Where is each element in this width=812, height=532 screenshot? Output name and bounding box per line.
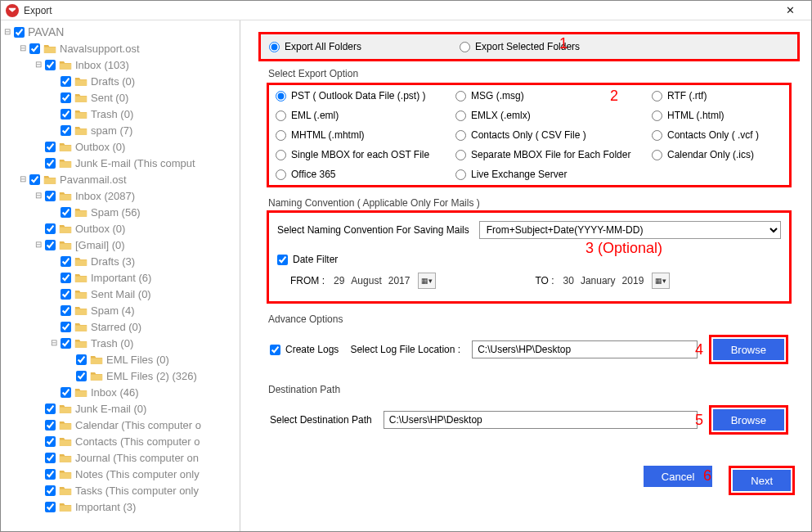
tree-checkbox[interactable] [76,354,87,365]
tree-checkbox[interactable] [61,109,71,119]
tree-checkbox[interactable] [76,371,87,381]
tree-checkbox[interactable] [45,502,56,512]
collapse-icon[interactable]: ⊟ [49,339,59,347]
tree-checkbox[interactable] [61,322,71,332]
export-format-option[interactable]: Calendar Only (.ics) [652,149,799,160]
tree-label: Inbox (46) [91,386,139,399]
tree-item[interactable]: Junk E-mail (This comput [34,155,240,171]
collapse-icon[interactable]: ⊟ [18,175,28,183]
tree-checkbox[interactable] [61,387,71,398]
collapse-icon[interactable]: ⊟ [34,61,43,69]
tree-checkbox[interactable] [45,223,56,234]
export-format-option[interactable]: Live Exchange Server [455,169,644,180]
tree-checkbox[interactable] [45,142,56,152]
tree-checkbox[interactable] [45,485,56,496]
tree-checkbox[interactable] [61,289,71,300]
export-format-option[interactable]: Single MBOX for each OST File [276,149,447,160]
tree-item[interactable]: Trash (0) [49,106,240,122]
tree-checkbox[interactable] [61,338,71,349]
tree-item[interactable]: ⊟PAVAN [2,24,240,40]
tree-checkbox[interactable] [29,43,40,54]
tree-item[interactable]: Drafts (0) [49,73,240,89]
export-format-option[interactable]: Separate MBOX File for Each Folder [455,149,644,160]
tree-item[interactable]: ⊟Inbox (2087) [34,187,240,204]
browse-log-button[interactable]: Browse [713,339,784,360]
tree-checkbox[interactable] [61,305,71,316]
tree-checkbox[interactable] [45,191,56,201]
browse-destination-button[interactable]: Browse [713,409,784,431]
cancel-button[interactable]: Cancel [644,466,712,487]
tree-item[interactable]: Spam (4) [49,302,240,318]
export-format-option[interactable]: MHTML (.mhtml) [276,129,447,141]
tree-checkbox[interactable] [61,76,71,87]
tree-item[interactable]: Important (6) [49,269,240,286]
destination-path-input[interactable] [384,411,698,429]
tree-item[interactable]: Sent Mail (0) [49,286,240,302]
tree-checkbox[interactable] [45,404,56,414]
tree-checkbox[interactable] [45,420,56,431]
tree-checkbox[interactable] [45,436,56,447]
export-format-option[interactable]: Contacts Only ( CSV File ) [455,129,644,141]
tree-item[interactable]: Journal (This computer on [34,449,240,466]
log-path-input[interactable] [472,340,698,358]
create-logs-checkbox[interactable]: Create Logs [270,344,339,355]
date-filter-checkbox[interactable]: Date Filter [277,254,781,265]
tree-checkbox[interactable] [14,27,25,38]
tree-checkbox[interactable] [61,273,71,283]
tree-checkbox[interactable] [45,240,56,250]
tree-item[interactable]: ⊟Pavanmail.ost [18,171,240,187]
tree-item[interactable]: ⊟Navalsupport.ost [18,40,240,56]
tree-item[interactable]: Sent (0) [49,89,240,106]
collapse-icon[interactable]: ⊟ [2,28,12,36]
tree-item[interactable]: spam (7) [49,122,240,138]
export-all-folders-radio[interactable]: Export All Folders [269,41,361,52]
tree-item[interactable]: EML Files (0) [65,351,240,367]
export-format-option[interactable]: RTF (.rtf) [652,90,799,101]
tree-item[interactable]: Drafts (3) [49,253,240,269]
tree-item[interactable]: Contacts (This computer o [34,433,240,449]
tree-item[interactable]: Spam (56) [49,204,240,220]
collapse-icon[interactable]: ⊟ [34,192,43,200]
collapse-icon[interactable]: ⊟ [18,44,28,52]
calendar-icon[interactable]: ▦▾ [418,273,436,289]
tree-item[interactable]: ⊟Inbox (103) [34,56,240,73]
export-format-option[interactable]: Office 365 [276,169,447,180]
export-selected-folders-radio[interactable]: Export Selected Folders [460,41,580,52]
export-format-option[interactable]: HTML (.html) [652,110,799,121]
tree-checkbox[interactable] [61,125,71,136]
export-format-option[interactable]: MSG (.msg) [455,90,644,101]
calendar-icon[interactable]: ▦▾ [652,273,670,289]
export-format-option[interactable]: PST ( Outlook Data File (.pst) ) [276,90,447,101]
folder-tree-pane[interactable]: ⊟PAVAN⊟Navalsupport.ost⊟Inbox (103)Draft… [1,20,240,531]
tree-item[interactable]: ⊟[Gmail] (0) [34,237,240,253]
tree-item[interactable]: EML Files (2) (326) [65,367,240,384]
export-format-option[interactable]: Contacts Only ( .vcf ) [652,129,799,141]
tree-checkbox[interactable] [61,207,71,218]
browse-log-wrap: Browse [709,335,788,364]
tree-item[interactable]: ⊟Trash (0) [49,335,240,351]
collapse-icon[interactable]: ⊟ [34,241,43,249]
tree-item[interactable]: Junk E-mail (0) [34,400,240,417]
export-format-option[interactable]: EMLX (.emlx) [455,110,644,121]
tree-checkbox[interactable] [29,174,40,185]
tree-item[interactable]: Tasks (This computer only [34,482,240,498]
tree-checkbox[interactable] [45,60,56,70]
tree-checkbox[interactable] [45,158,56,169]
date-to-picker[interactable]: 30 January 2019 ▦▾ [559,272,671,290]
tree-item[interactable]: Inbox (46) [49,384,240,400]
close-button[interactable]: ✕ [774,4,806,16]
date-from-picker[interactable]: 29 August 2017 ▦▾ [330,272,437,290]
tree-item[interactable]: Calendar (This computer o [34,417,240,433]
tree-checkbox[interactable] [61,92,71,103]
tree-item[interactable]: Starred (0) [49,318,240,335]
tree-item[interactable]: Notes (This computer only [34,466,240,482]
next-button[interactable]: Next [733,470,791,491]
naming-select[interactable]: From+Subject+Date(YYYY-MM-DD) [479,221,781,239]
tree-checkbox[interactable] [61,256,71,267]
tree-item[interactable]: Outbox (0) [34,138,240,155]
tree-checkbox[interactable] [45,469,56,480]
tree-item[interactable]: Important (3) [34,498,240,515]
export-format-option[interactable]: EML (.eml) [276,110,447,121]
tree-item[interactable]: Outbox (0) [34,220,240,237]
tree-checkbox[interactable] [45,453,56,463]
